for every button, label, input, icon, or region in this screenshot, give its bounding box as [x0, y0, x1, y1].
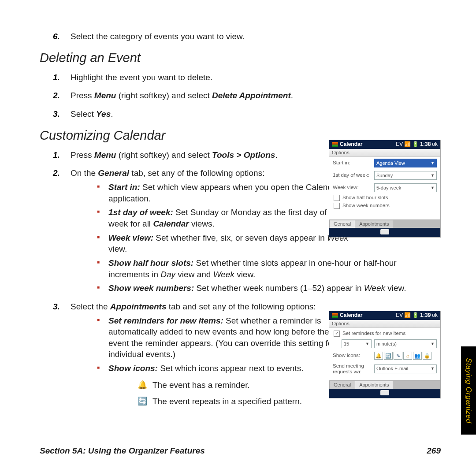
tab-appointments[interactable]: Appointments: [355, 220, 393, 228]
keyboard-icon[interactable]: [380, 390, 389, 395]
windows-icon: [332, 313, 338, 318]
opt: Show icons: Set which icons appear next …: [97, 363, 349, 407]
chk-label: Set reminders for new items: [342, 331, 405, 336]
send-requests-select[interactable]: Outlook E-mail▼: [374, 364, 437, 373]
opt: 1st day of week: Set Sunday or Monday as…: [97, 207, 349, 229]
repeat-icon: 🔄: [138, 396, 147, 406]
icon-text: The event has a reminder.: [152, 380, 250, 390]
screenshot-general-options: Calendar EV 📶 🔋 1:38 ok Options Start in…: [329, 140, 441, 238]
chevron-down-icon: ▼: [431, 186, 435, 190]
opt: Show week numbers: Set whether week numb…: [97, 283, 436, 294]
del-step: 3. Select Yes.: [53, 108, 436, 120]
label: Show icons:: [333, 353, 374, 358]
ok-button[interactable]: ok: [432, 312, 438, 319]
clock: 1:38: [420, 141, 431, 148]
icon-line: 🔔 The event has a reminder.: [138, 379, 349, 391]
titlebar: Calendar EV 📶 🔋 1:38 ok: [329, 140, 440, 149]
ev-icon: EV: [396, 312, 403, 319]
del-step: 2. Press Menu (right softkey) and select…: [53, 90, 436, 101]
step-text: Press Menu (right softkey) and select De…: [71, 91, 293, 100]
tab-general[interactable]: General: [329, 220, 355, 228]
reminder-icon: 🔔: [138, 379, 147, 390]
private-icon[interactable]: 🔒: [423, 352, 431, 360]
step-number: 3.: [53, 108, 60, 120]
icon-meaning-list: 🔔 The event has a reminder. 🔄 The event …: [138, 379, 349, 407]
step-number: 1.: [53, 72, 60, 83]
opt: Set reminders for new items: Set whether…: [97, 315, 349, 361]
reminder-icon[interactable]: 🔔: [374, 352, 383, 360]
week-view-select[interactable]: 5-day week▼: [374, 183, 437, 192]
app-title: Calendar: [340, 312, 362, 319]
step-list-pre: 6. Select the category of events you wan…: [53, 31, 436, 42]
label: Week view:: [333, 185, 374, 190]
start-in-select[interactable]: Agenda View▼: [374, 159, 437, 167]
battery-icon: 🔋: [412, 141, 419, 148]
reminder-num-select[interactable]: 15▼: [342, 339, 372, 348]
chevron-down-icon: ▼: [431, 161, 435, 165]
screenshot-appointments-options: Calendar EV 📶 🔋 1:39 ok Options ✓Set rem…: [329, 311, 441, 398]
heading-deleting: Deleting an Event: [40, 49, 436, 67]
clock: 1:39: [420, 312, 431, 319]
tab-appointments[interactable]: Appointments: [355, 381, 393, 389]
label: 1st day of week:: [333, 172, 374, 178]
first-day-select[interactable]: Sunday▼: [374, 171, 437, 180]
step-text: Press Menu (right softkey) and select To…: [71, 150, 278, 160]
note-icon[interactable]: ✎: [394, 352, 402, 360]
signal-icon: 📶: [404, 312, 411, 319]
chk-label: Show week numbers: [342, 203, 390, 208]
signal-icon: 📶: [404, 141, 411, 148]
del-step: 1. Highlight the event you want to delet…: [53, 72, 436, 83]
subtitle: Options: [329, 149, 440, 157]
step-text: Select the Appointments tab and set any …: [71, 302, 316, 311]
reminder-unit-select[interactable]: minute(s)▼: [374, 339, 437, 348]
repeat-icon[interactable]: 🔄: [384, 352, 393, 360]
footer-left: Section 5A: Using the Organizer Features: [40, 446, 205, 456]
app-title: Calendar: [340, 141, 362, 148]
chevron-down-icon: ▼: [431, 366, 435, 371]
label: Send meeting requests via:: [333, 363, 374, 374]
step-text: Highlight the event you want to delete.: [71, 73, 212, 82]
chevron-down-icon: ▼: [431, 342, 435, 346]
side-tab-label: Staying Organized: [464, 358, 473, 423]
location-icon[interactable]: ⌂: [403, 352, 412, 360]
opt: Start in: Set which view appears when yo…: [97, 182, 349, 204]
label: Start in:: [333, 160, 374, 166]
keyboard-icon[interactable]: [380, 229, 389, 234]
opt: Show half hour slots: Set whether time s…: [97, 257, 436, 280]
step-text: Select the category of events you want t…: [71, 32, 245, 41]
deleting-steps: 1. Highlight the event you want to delet…: [53, 72, 436, 120]
windows-icon: [332, 142, 338, 147]
step-number: 2.: [53, 167, 60, 179]
ev-icon: EV: [396, 141, 403, 148]
page-footer: Section 5A: Using the Organizer Features…: [40, 446, 441, 456]
step-text: On the General tab, set any of the follo…: [71, 168, 264, 178]
checkbox[interactable]: [334, 195, 340, 201]
battery-icon: 🔋: [412, 312, 419, 319]
tabs: General Appointments: [329, 380, 440, 389]
chevron-down-icon: ▼: [431, 173, 435, 178]
step-6: 6. Select the category of events you wan…: [53, 31, 436, 42]
step-number: 6.: [53, 31, 60, 42]
step-number: 3.: [53, 301, 60, 312]
opt: Week view: Set whether five, six, or sev…: [97, 232, 349, 255]
step-text: Select Yes.: [71, 109, 113, 119]
step-number: 1.: [53, 149, 60, 161]
section-side-tab: Staying Organized: [461, 346, 476, 435]
icon-toggle-row: 🔔 🔄 ✎ ⌂ 👥 🔒: [374, 352, 431, 360]
chk-label: Show half hour slots: [342, 195, 388, 201]
checkbox[interactable]: ✓: [334, 331, 340, 337]
checkbox[interactable]: [334, 203, 340, 209]
icon-text: The event repeats in a specified pattern…: [152, 397, 302, 406]
ok-button[interactable]: ok: [432, 141, 438, 148]
page-number: 269: [427, 446, 441, 456]
subtitle: Options: [329, 320, 440, 328]
step-number: 2.: [53, 90, 60, 101]
tab-general[interactable]: General: [329, 381, 355, 389]
attendees-icon[interactable]: 👥: [413, 352, 422, 360]
chevron-down-icon: ▼: [365, 342, 369, 346]
titlebar: Calendar EV 📶 🔋 1:39 ok: [329, 311, 440, 320]
icon-line: 🔄 The event repeats in a specified patte…: [138, 396, 349, 407]
tabs: General Appointments: [329, 219, 440, 228]
